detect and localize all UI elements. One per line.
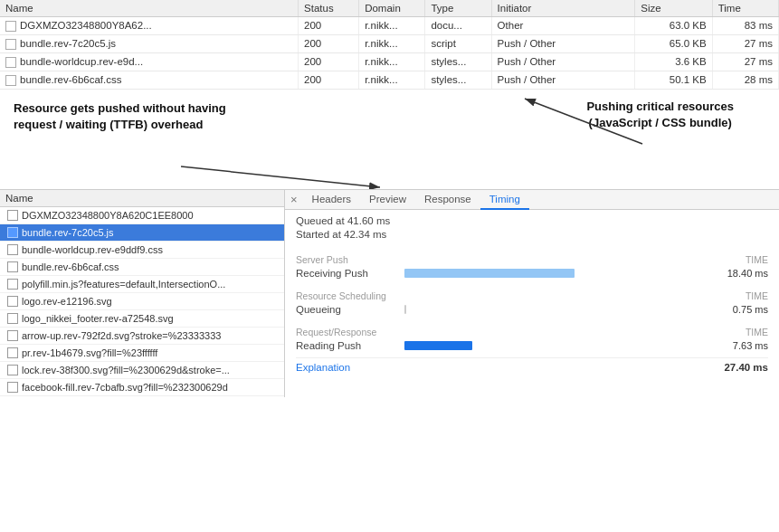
cell-time: 27 ms	[712, 34, 778, 52]
queueing-bar	[404, 305, 406, 314]
annotation-area: Resource gets pushed without havingreque…	[0, 90, 779, 189]
cell-name: DGXMZO32348800Y8A62...	[0, 17, 299, 35]
cell-size: 63.0 KB	[635, 17, 712, 35]
network-table-top: Name Status Domain Type Initiator Size T…	[0, 0, 779, 90]
reading-push-bar	[404, 341, 472, 350]
receiving-push-row: Receiving Push 18.40 ms	[296, 267, 768, 280]
list-item[interactable]: lock.rev-38f300.svg?fill=%2300629d&strok…	[0, 362, 284, 379]
list-item[interactable]: arrow-up.rev-792f2d.svg?stroke=%23333333	[0, 328, 284, 345]
list-item[interactable]: bundle.rev-6b6caf.css	[0, 259, 284, 276]
svg-line-3	[181, 166, 380, 187]
list-item[interactable]: bundle.rev-7c20c5.js	[0, 224, 284, 242]
server-push-header: Server Push	[296, 254, 746, 265]
col-header-time: Time	[712, 0, 778, 17]
cell-domain: r.nikk...	[359, 17, 425, 35]
list-item[interactable]: DGXMZO32348800Y8A620C1EE8000	[0, 207, 284, 224]
table-row[interactable]: bundle.rev-7c20c5.js 200 r.nikk... scrip…	[0, 34, 779, 52]
reading-push-bar-area	[404, 339, 714, 352]
cell-size: 50.1 KB	[635, 71, 712, 89]
cell-size: 3.6 KB	[635, 52, 712, 71]
cell-status: 200	[299, 17, 359, 35]
close-button[interactable]: ×	[290, 193, 298, 206]
detail-panel: × Headers Preview Response Timing Queued…	[285, 190, 779, 397]
request-response-header: Request/Response	[296, 327, 746, 337]
cell-time: 27 ms	[712, 52, 778, 71]
cell-status: 200	[299, 34, 359, 52]
tab-preview[interactable]: Preview	[360, 190, 415, 210]
total-time-value: 27.40 ms	[724, 362, 768, 373]
bottom-panel: Name DGXMZO32348800Y8A620C1EE8000bundle.…	[0, 189, 779, 397]
tab-timing[interactable]: Timing	[480, 190, 529, 210]
table-row[interactable]: bundle.rev-6b6caf.css 200 r.nikk... styl…	[0, 71, 779, 89]
resource-scheduling-time-label: TIME	[746, 290, 768, 301]
queueing-bar-area	[404, 303, 714, 316]
reading-push-label: Reading Push	[296, 340, 404, 351]
started-at: Started at 42.34 ms	[296, 229, 768, 240]
annotation-left-text: Resource gets pushed without havingreque…	[14, 100, 226, 133]
cell-initiator: Push / Other	[491, 71, 635, 89]
list-item[interactable]: logo_nikkei_footer.rev-a72548.svg	[0, 310, 284, 328]
cell-time: 83 ms	[712, 17, 778, 35]
cell-status: 200	[299, 52, 359, 71]
receiving-push-label: Receiving Push	[296, 268, 404, 279]
cell-size: 65.0 KB	[635, 34, 712, 52]
col-header-name: Name	[0, 0, 299, 17]
cell-initiator: Push / Other	[491, 34, 635, 52]
receiving-push-bar-area	[404, 267, 714, 280]
queued-at: Queued at 41.60 ms	[296, 215, 768, 226]
cell-initiator: Push / Other	[491, 52, 635, 71]
list-item[interactable]: facebook-fill.rev-7cbafb.svg?fill=%23230…	[0, 379, 284, 396]
col-header-domain: Domain	[359, 0, 425, 17]
annotation-right-text: Pushing critical resources(JavaScript / …	[586, 99, 734, 131]
resource-scheduling-header: Resource Scheduling	[296, 290, 746, 301]
list-item[interactable]: bundle-worldcup.rev-e9ddf9.css	[0, 242, 284, 259]
queueing-value: 0.75 ms	[714, 304, 768, 315]
receiving-push-value: 18.40 ms	[714, 268, 768, 279]
list-item[interactable]: logo.rev-e12196.svg	[0, 293, 284, 310]
detail-tabs-bar: × Headers Preview Response Timing	[285, 190, 779, 210]
col-header-size: Size	[635, 0, 712, 17]
table-row[interactable]: DGXMZO32348800Y8A62... 200 r.nikk... doc…	[0, 17, 779, 35]
col-header-status: Status	[299, 0, 359, 17]
request-response-time-label: TIME	[746, 327, 768, 337]
cell-domain: r.nikk...	[359, 34, 425, 52]
cell-name: bundle.rev-6b6caf.css	[0, 71, 299, 89]
bottom-sidebar: Name DGXMZO32348800Y8A620C1EE8000bundle.…	[0, 190, 285, 397]
cell-status: 200	[299, 71, 359, 89]
timing-content: Queued at 41.60 ms Started at 42.34 ms S…	[285, 210, 779, 378]
col-header-type: Type	[425, 0, 491, 17]
cell-initiator: Other	[491, 17, 635, 35]
list-item[interactable]: pr.rev-1b4679.svg?fill=%23ffffff	[0, 345, 284, 362]
cell-name: bundle-worldcup.rev-e9d...	[0, 52, 299, 71]
queueing-label: Queueing	[296, 304, 404, 315]
receiving-push-bar	[404, 269, 575, 278]
tab-headers[interactable]: Headers	[303, 190, 360, 210]
server-push-time-label: TIME	[746, 254, 768, 265]
list-item[interactable]: twitter-fill.rev-000717.svg?fill=%232300…	[0, 396, 284, 397]
cell-domain: r.nikk...	[359, 52, 425, 71]
sidebar-header: Name	[0, 190, 284, 207]
reading-push-value: 7.63 ms	[714, 340, 768, 351]
col-header-initiator: Initiator	[491, 0, 635, 17]
cell-time: 28 ms	[712, 71, 778, 89]
reading-push-row: Reading Push 7.63 ms	[296, 339, 768, 352]
cell-name: bundle.rev-7c20c5.js	[0, 34, 299, 52]
tab-response[interactable]: Response	[415, 190, 480, 210]
explanation-link[interactable]: Explanation	[296, 362, 350, 373]
cell-type: styles...	[425, 52, 491, 71]
cell-type: script	[425, 34, 491, 52]
cell-type: docu...	[425, 17, 491, 35]
queueing-row: Queueing 0.75 ms	[296, 303, 768, 316]
cell-domain: r.nikk...	[359, 71, 425, 89]
table-row[interactable]: bundle-worldcup.rev-e9d... 200 r.nikk...…	[0, 52, 779, 71]
cell-type: styles...	[425, 71, 491, 89]
list-item[interactable]: polyfill.min.js?features=default,Interse…	[0, 276, 284, 293]
